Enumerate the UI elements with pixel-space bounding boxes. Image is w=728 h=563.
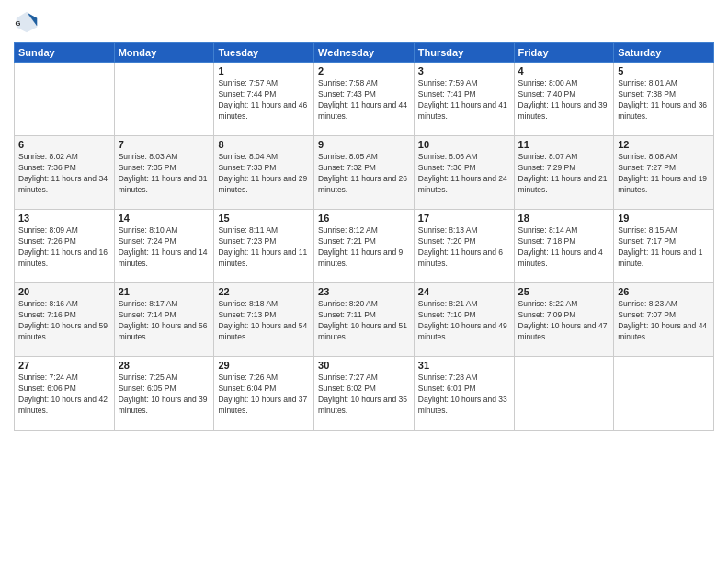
weekday-header-monday: Monday [114, 43, 214, 63]
day-number: 18 [518, 213, 610, 224]
weekday-header-tuesday: Tuesday [214, 43, 314, 63]
calendar-cell: 20Sunrise: 8:16 AM Sunset: 7:16 PM Dayli… [15, 283, 115, 357]
day-info: Sunrise: 8:16 AM Sunset: 7:16 PM Dayligh… [18, 299, 110, 343]
calendar-cell: 10Sunrise: 8:06 AM Sunset: 7:30 PM Dayli… [414, 136, 514, 210]
day-number: 22 [218, 286, 310, 297]
calendar-cell: 2Sunrise: 7:58 AM Sunset: 7:43 PM Daylig… [314, 63, 415, 136]
page: G SundayMondayTuesdayWednesdayThursdayFr… [0, 0, 728, 563]
calendar-cell [15, 63, 115, 136]
calendar-cell [514, 357, 614, 431]
calendar-cell: 8Sunrise: 8:04 AM Sunset: 7:33 PM Daylig… [214, 136, 314, 210]
calendar-cell: 13Sunrise: 8:09 AM Sunset: 7:26 PM Dayli… [15, 210, 115, 283]
week-row-4: 27Sunrise: 7:24 AM Sunset: 6:06 PM Dayli… [15, 357, 714, 431]
day-number: 11 [518, 139, 610, 150]
calendar-cell: 6Sunrise: 8:02 AM Sunset: 7:36 PM Daylig… [15, 136, 115, 210]
day-info: Sunrise: 8:17 AM Sunset: 7:14 PM Dayligh… [119, 299, 210, 343]
day-info: Sunrise: 8:15 AM Sunset: 7:17 PM Dayligh… [618, 225, 710, 270]
day-number: 29 [218, 360, 310, 371]
day-info: Sunrise: 8:14 AM Sunset: 7:18 PM Dayligh… [518, 225, 610, 270]
day-number: 2 [318, 65, 410, 76]
day-info: Sunrise: 7:26 AM Sunset: 6:04 PM Dayligh… [218, 373, 310, 417]
header: G [14, 9, 714, 35]
calendar-cell: 31Sunrise: 7:28 AM Sunset: 6:01 PM Dayli… [414, 357, 514, 431]
day-number: 30 [318, 360, 410, 371]
calendar-cell: 28Sunrise: 7:25 AM Sunset: 6:05 PM Dayli… [114, 357, 214, 431]
day-info: Sunrise: 7:28 AM Sunset: 6:01 PM Dayligh… [418, 373, 510, 417]
calendar-cell: 11Sunrise: 8:07 AM Sunset: 7:29 PM Dayli… [514, 136, 614, 210]
day-number: 3 [418, 65, 510, 76]
day-info: Sunrise: 8:08 AM Sunset: 7:27 PM Dayligh… [618, 152, 710, 196]
week-row-1: 6Sunrise: 8:02 AM Sunset: 7:36 PM Daylig… [15, 136, 714, 210]
day-number: 10 [418, 139, 510, 150]
calendar-cell: 19Sunrise: 8:15 AM Sunset: 7:17 PM Dayli… [614, 210, 714, 283]
calendar-cell [614, 357, 714, 431]
day-number: 5 [618, 65, 710, 76]
weekday-header-row: SundayMondayTuesdayWednesdayThursdayFrid… [15, 43, 714, 63]
calendar-cell: 7Sunrise: 8:03 AM Sunset: 7:35 PM Daylig… [114, 136, 214, 210]
calendar: SundayMondayTuesdayWednesdayThursdayFrid… [14, 42, 714, 431]
day-number: 7 [119, 139, 210, 150]
day-number: 26 [618, 286, 710, 297]
day-info: Sunrise: 7:24 AM Sunset: 6:06 PM Dayligh… [18, 373, 110, 417]
logo: G [14, 9, 43, 35]
day-number: 4 [518, 65, 610, 76]
calendar-cell: 12Sunrise: 8:08 AM Sunset: 7:27 PM Dayli… [614, 136, 714, 210]
day-number: 12 [618, 139, 710, 150]
day-info: Sunrise: 8:00 AM Sunset: 7:40 PM Dayligh… [518, 78, 610, 122]
day-info: Sunrise: 8:10 AM Sunset: 7:24 PM Dayligh… [119, 225, 210, 270]
day-info: Sunrise: 8:03 AM Sunset: 7:35 PM Dayligh… [119, 152, 210, 196]
day-number: 28 [119, 360, 210, 371]
weekday-header-sunday: Sunday [15, 43, 115, 63]
logo-icon: G [14, 9, 40, 35]
day-number: 24 [418, 286, 510, 297]
day-info: Sunrise: 8:02 AM Sunset: 7:36 PM Dayligh… [18, 152, 110, 196]
day-number: 9 [318, 139, 410, 150]
day-number: 31 [418, 360, 510, 371]
weekday-header-saturday: Saturday [614, 43, 714, 63]
day-number: 1 [218, 65, 310, 76]
day-number: 23 [318, 286, 410, 297]
weekday-header-wednesday: Wednesday [314, 43, 415, 63]
day-number: 16 [318, 213, 410, 224]
day-info: Sunrise: 8:11 AM Sunset: 7:23 PM Dayligh… [218, 225, 310, 270]
day-info: Sunrise: 8:12 AM Sunset: 7:21 PM Dayligh… [318, 225, 410, 270]
day-number: 13 [18, 213, 110, 224]
calendar-cell: 1Sunrise: 7:57 AM Sunset: 7:44 PM Daylig… [214, 63, 314, 136]
day-number: 19 [618, 213, 710, 224]
calendar-cell: 29Sunrise: 7:26 AM Sunset: 6:04 PM Dayli… [214, 357, 314, 431]
day-number: 27 [18, 360, 110, 371]
day-info: Sunrise: 7:58 AM Sunset: 7:43 PM Dayligh… [318, 78, 410, 122]
day-number: 8 [218, 139, 310, 150]
day-info: Sunrise: 8:13 AM Sunset: 7:20 PM Dayligh… [418, 225, 510, 270]
day-number: 6 [18, 139, 110, 150]
day-info: Sunrise: 8:21 AM Sunset: 7:10 PM Dayligh… [418, 299, 510, 343]
calendar-cell: 15Sunrise: 8:11 AM Sunset: 7:23 PM Dayli… [214, 210, 314, 283]
day-info: Sunrise: 8:07 AM Sunset: 7:29 PM Dayligh… [518, 152, 610, 196]
calendar-cell: 23Sunrise: 8:20 AM Sunset: 7:11 PM Dayli… [314, 283, 415, 357]
calendar-cell: 3Sunrise: 7:59 AM Sunset: 7:41 PM Daylig… [414, 63, 514, 136]
svg-text:G: G [15, 19, 20, 28]
day-number: 21 [119, 286, 210, 297]
calendar-cell: 22Sunrise: 8:18 AM Sunset: 7:13 PM Dayli… [214, 283, 314, 357]
calendar-cell: 18Sunrise: 8:14 AM Sunset: 7:18 PM Dayli… [514, 210, 614, 283]
day-info: Sunrise: 8:22 AM Sunset: 7:09 PM Dayligh… [518, 299, 610, 343]
day-info: Sunrise: 7:59 AM Sunset: 7:41 PM Dayligh… [418, 78, 510, 122]
day-info: Sunrise: 8:06 AM Sunset: 7:30 PM Dayligh… [418, 152, 510, 196]
calendar-cell: 25Sunrise: 8:22 AM Sunset: 7:09 PM Dayli… [514, 283, 614, 357]
calendar-cell: 27Sunrise: 7:24 AM Sunset: 6:06 PM Dayli… [15, 357, 115, 431]
day-info: Sunrise: 8:23 AM Sunset: 7:07 PM Dayligh… [618, 299, 710, 343]
calendar-cell: 9Sunrise: 8:05 AM Sunset: 7:32 PM Daylig… [314, 136, 415, 210]
day-info: Sunrise: 7:57 AM Sunset: 7:44 PM Dayligh… [218, 78, 310, 122]
calendar-cell: 16Sunrise: 8:12 AM Sunset: 7:21 PM Dayli… [314, 210, 415, 283]
calendar-cell: 4Sunrise: 8:00 AM Sunset: 7:40 PM Daylig… [514, 63, 614, 136]
weekday-header-friday: Friday [514, 43, 614, 63]
day-info: Sunrise: 7:27 AM Sunset: 6:02 PM Dayligh… [318, 373, 410, 417]
day-info: Sunrise: 8:20 AM Sunset: 7:11 PM Dayligh… [318, 299, 410, 343]
day-info: Sunrise: 8:01 AM Sunset: 7:38 PM Dayligh… [618, 78, 710, 122]
day-info: Sunrise: 8:18 AM Sunset: 7:13 PM Dayligh… [218, 299, 310, 343]
day-info: Sunrise: 8:09 AM Sunset: 7:26 PM Dayligh… [18, 225, 110, 270]
week-row-2: 13Sunrise: 8:09 AM Sunset: 7:26 PM Dayli… [15, 210, 714, 283]
calendar-cell: 24Sunrise: 8:21 AM Sunset: 7:10 PM Dayli… [414, 283, 514, 357]
week-row-3: 20Sunrise: 8:16 AM Sunset: 7:16 PM Dayli… [15, 283, 714, 357]
weekday-header-thursday: Thursday [414, 43, 514, 63]
